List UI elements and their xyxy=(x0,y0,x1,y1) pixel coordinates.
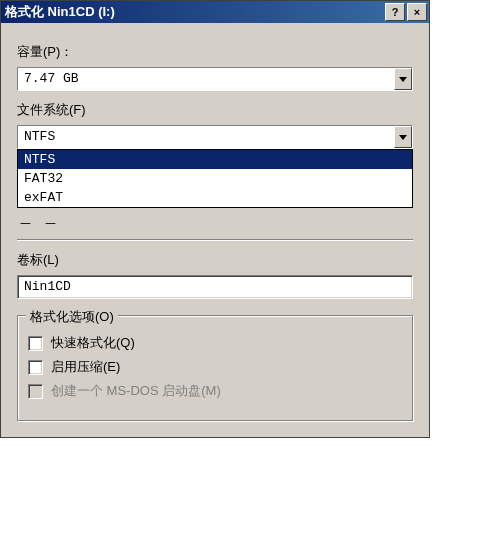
filesystem-option-exfat[interactable]: exFAT xyxy=(18,188,412,207)
msdos-boot-checkbox xyxy=(28,384,43,399)
quick-format-checkbox[interactable] xyxy=(28,336,43,351)
dialog-content: 容量(P)： 7.47 GB 文件系统(F) NTFS NTFS FAT32 e… xyxy=(1,23,429,437)
filesystem-value: NTFS xyxy=(18,126,394,148)
titlebar: 格式化 Nin1CD (I:) ? × xyxy=(1,1,429,23)
capacity-dropdown-button[interactable] xyxy=(394,68,412,90)
format-options-group: 格式化选项(O) 快速格式化(Q) 启用压缩(E) 创建一个 MS-DOS 启动… xyxy=(17,315,413,421)
filesystem-option-ntfs[interactable]: NTFS xyxy=(18,150,412,169)
titlebar-buttons: ? × xyxy=(383,3,427,21)
filesystem-label: 文件系统(F) xyxy=(17,101,413,119)
chevron-down-icon xyxy=(399,77,407,82)
filesystem-dropdown-button[interactable] xyxy=(394,126,412,148)
capacity-combo[interactable]: 7.47 GB xyxy=(17,67,413,91)
filesystem-combo[interactable]: NTFS xyxy=(17,125,413,149)
close-button[interactable]: × xyxy=(407,3,427,21)
help-button[interactable]: ? xyxy=(385,3,405,21)
allocation-obscured: ⸺ ⸺ xyxy=(17,214,413,233)
msdos-boot-row: 创建一个 MS-DOS 启动盘(M) xyxy=(28,382,402,400)
format-options-title: 格式化选项(O) xyxy=(26,308,118,326)
volume-label: 卷标(L) xyxy=(17,251,413,269)
quick-format-row: 快速格式化(Q) xyxy=(28,334,402,352)
volume-input[interactable]: Nin1CD xyxy=(17,275,413,299)
chevron-down-icon xyxy=(399,135,407,140)
enable-compress-checkbox[interactable] xyxy=(28,360,43,375)
capacity-label: 容量(P)： xyxy=(17,43,413,61)
format-dialog: 格式化 Nin1CD (I:) ? × 容量(P)： 7.47 GB 文件系统(… xyxy=(0,0,430,438)
enable-compress-label: 启用压缩(E) xyxy=(51,358,120,376)
msdos-boot-label: 创建一个 MS-DOS 启动盘(M) xyxy=(51,382,221,400)
capacity-value: 7.47 GB xyxy=(18,68,394,90)
filesystem-dropdown-list: NTFS FAT32 exFAT xyxy=(17,149,413,208)
quick-format-label: 快速格式化(Q) xyxy=(51,334,135,352)
titlebar-text: 格式化 Nin1CD (I:) xyxy=(5,3,383,21)
enable-compress-row: 启用压缩(E) xyxy=(28,358,402,376)
filesystem-option-fat32[interactable]: FAT32 xyxy=(18,169,412,188)
separator xyxy=(17,239,413,241)
